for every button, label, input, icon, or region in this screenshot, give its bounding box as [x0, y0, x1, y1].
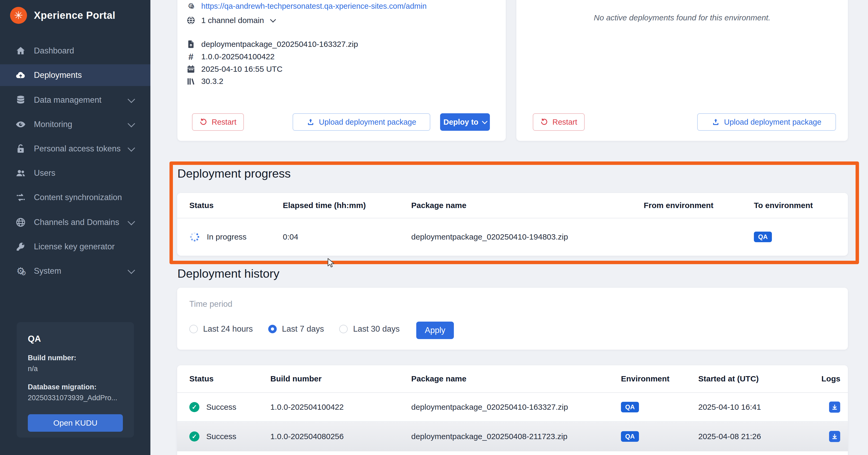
column-header: Status	[189, 374, 270, 383]
users-icon	[15, 167, 27, 179]
upload-deployment-package-button[interactable]: Upload deployment package	[697, 113, 836, 131]
deployment-progress-title: Deployment progress	[178, 167, 291, 181]
sidebar-item-data-management[interactable]: Data management	[0, 89, 150, 111]
chevron-down-icon	[128, 144, 135, 152]
column-header: Status	[189, 201, 283, 210]
calendar-icon	[186, 64, 196, 74]
status-text: In progress	[207, 232, 247, 241]
download-logs-button[interactable]	[829, 401, 840, 413]
upload-button-label: Upload deployment package	[724, 118, 822, 127]
deploy-to-button[interactable]: Deploy to	[440, 113, 490, 131]
chevron-down-icon	[482, 118, 487, 124]
column-header: To environment	[754, 201, 848, 210]
sidebar-item-label: License key generator	[34, 242, 115, 252]
table-row: In progress 0:04 deploymentpackage_02025…	[177, 218, 848, 255]
no-deployments-message: No active deployments found for this env…	[516, 13, 848, 22]
environment-name: QA	[28, 334, 123, 344]
radio-icon	[189, 325, 198, 333]
sidebar-item-label: Deployments	[34, 70, 82, 80]
radio-selected-icon	[268, 325, 277, 333]
column-header: Elapsed time (hh:mm)	[283, 201, 411, 210]
eye-icon	[15, 119, 27, 130]
admin-url-link[interactable]: https://qa-andrewh-techpersonatest.qa-xp…	[201, 2, 427, 10]
column-header: Package name	[411, 374, 621, 383]
open-kudu-button[interactable]: Open KUDU	[28, 414, 123, 432]
sidebar-item-system[interactable]: ⚙⚙ System	[0, 260, 150, 282]
sidebar-item-license-key-generator[interactable]: License key generator	[0, 236, 150, 258]
build-number-value: n/a	[28, 365, 123, 373]
kentico-logo-icon: ✳	[10, 7, 27, 24]
deploy-to-label: Deploy to	[443, 118, 478, 127]
restart-button-label: Restart	[212, 118, 236, 127]
sidebar-item-deployments[interactable]: Deployments	[0, 64, 150, 86]
database-migration-value: 20250331073939_AddPro...	[28, 394, 123, 402]
environment-card: ⚙⚙ https://qa-andrewh-techpersonatest.qa…	[178, 0, 506, 141]
build-number: 1.0.0-202504080256	[270, 432, 411, 441]
deployments-page: ✳ Xperience Portal Dashboard Deployments…	[0, 0, 868, 455]
package-name: deploymentpackage_020250410-163327.zip	[411, 402, 621, 412]
spinner-icon	[189, 232, 200, 242]
environment-info-panel: QA Build number: n/a Database migration:…	[17, 322, 134, 437]
unlock-icon	[15, 143, 27, 155]
sidebar-item-users[interactable]: Users	[0, 162, 150, 184]
build-number: 1.0.0-202504100422	[201, 52, 275, 61]
chevron-down-icon	[270, 17, 276, 23]
table-row: ✓ Success 1.0.0-202504100422 deploymentp…	[177, 393, 848, 422]
download-logs-button[interactable]	[829, 431, 840, 442]
environment-badge: QA	[621, 431, 639, 442]
mouse-cursor	[325, 257, 336, 268]
column-header: Build number	[270, 374, 411, 383]
library-icon	[186, 76, 196, 86]
chevron-down-icon	[128, 96, 135, 103]
globe-icon	[186, 15, 196, 25]
radio-last-30-days[interactable]: Last 30 days	[339, 324, 400, 334]
deployment-progress-table: Status Elapsed time (hh:mm) Package name…	[177, 193, 848, 256]
version-row: 30.3.2	[186, 76, 223, 86]
radio-last-7-days[interactable]: Last 7 days	[268, 324, 324, 334]
database-icon	[15, 94, 27, 106]
database-migration-label: Database migration:	[28, 383, 123, 391]
package-name: deploymentpackage_020250410-194803.zip	[411, 232, 644, 241]
package-file-icon	[186, 39, 196, 49]
elapsed-time: 0:04	[283, 232, 411, 241]
sidebar-item-monitoring[interactable]: Monitoring	[0, 113, 150, 135]
build-row: # 1.0.0-202504100422	[186, 52, 275, 62]
deployment-history-title: Deployment history	[178, 267, 279, 281]
channel-domain-row[interactable]: 1 channel domain	[186, 15, 275, 25]
restart-icon	[199, 118, 207, 126]
sidebar-item-content-synchronization[interactable]: Content synchronization	[0, 187, 150, 208]
chevron-down-icon	[128, 120, 135, 127]
upload-icon	[712, 118, 720, 126]
sidebar-item-label: Users	[34, 168, 55, 178]
version-number: 30.3.2	[201, 77, 223, 86]
upload-icon	[307, 118, 315, 126]
sidebar-item-dashboard[interactable]: Dashboard	[0, 40, 150, 62]
sidebar-item-channels-and-domains[interactable]: Channels and Domains	[0, 212, 150, 233]
column-header: Started at (UTC)	[698, 374, 822, 383]
table-header-row: Status Build number Package name Environ…	[177, 365, 848, 393]
upload-deployment-package-button[interactable]: Upload deployment package	[292, 113, 430, 131]
restart-button[interactable]: Restart	[533, 113, 585, 131]
home-icon	[15, 45, 27, 57]
sidebar-item-label: Dashboard	[34, 46, 74, 56]
cloud-upload-icon	[15, 69, 27, 81]
radio-last-24-hours[interactable]: Last 24 hours	[189, 324, 253, 334]
deployed-date-row: 2025-04-10 16:55 UTC	[186, 64, 282, 74]
sidebar-item-personal-access-tokens[interactable]: Personal access tokens	[0, 138, 150, 160]
deployment-history-table: Status Build number Package name Environ…	[177, 365, 848, 455]
sidebar-item-label: Personal access tokens	[34, 144, 121, 154]
download-icon	[831, 404, 838, 411]
settings-gears-icon: ⚙⚙	[186, 1, 196, 11]
apply-button[interactable]: Apply	[416, 322, 454, 339]
restart-button[interactable]: Restart	[192, 113, 244, 131]
chevron-down-icon	[128, 266, 135, 274]
package-name: deploymentpackage_020250410-163327.zip	[201, 40, 358, 49]
admin-url-row: ⚙⚙ https://qa-andrewh-techpersonatest.qa…	[186, 1, 427, 11]
build-number-label: Build number:	[28, 354, 123, 362]
time-period-label: Time period	[189, 299, 232, 309]
radio-label: Last 7 days	[282, 324, 324, 334]
sidebar: ✳ Xperience Portal Dashboard Deployments…	[0, 0, 150, 455]
globe-icon	[15, 217, 27, 228]
success-check-icon: ✓	[189, 402, 199, 412]
radio-label: Last 24 hours	[203, 324, 253, 334]
